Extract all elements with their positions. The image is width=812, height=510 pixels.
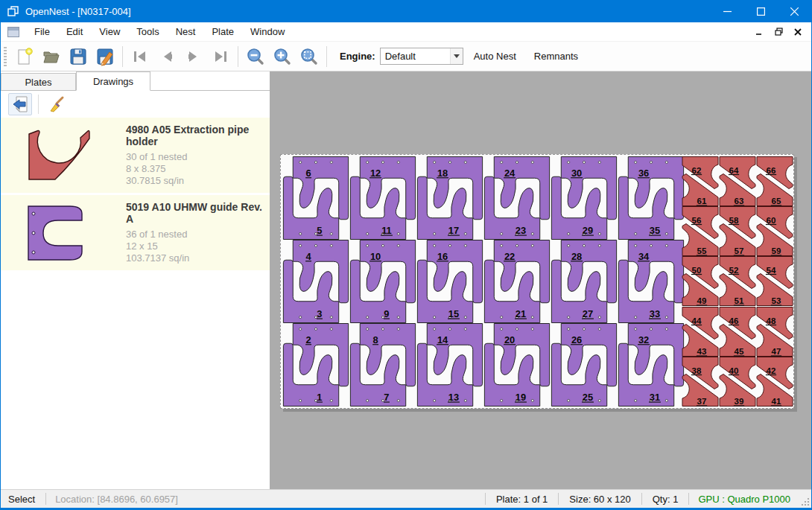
menu-tools[interactable]: Tools [128, 23, 167, 40]
nest-pair-cell[interactable]: 109 [349, 240, 416, 323]
open-button[interactable] [38, 45, 65, 68]
nest-pair-cell[interactable]: 3231 [618, 323, 685, 407]
svg-text:65: 65 [772, 197, 781, 205]
nest-pair-cell[interactable]: 5655 [682, 206, 719, 256]
nest-pair-cell[interactable]: 2423 [483, 156, 551, 240]
nav-next-button[interactable] [180, 45, 207, 68]
import-drawing-button[interactable] [8, 93, 32, 115]
mdi-minimize-button[interactable] [752, 25, 767, 39]
main-toolbar: Engine: Default Auto Nest Remnants [1, 42, 811, 71]
drawing-nested-count: 30 of 1 nested [126, 151, 265, 163]
menu-window[interactable]: Window [242, 23, 293, 40]
nest-pair-cell[interactable]: 5251 [719, 256, 756, 306]
nest-pair-cell[interactable]: 5453 [756, 256, 793, 306]
zoom-fit-button[interactable] [296, 45, 323, 68]
menu-plate[interactable]: Plate [203, 23, 242, 40]
nav-first-button[interactable] [127, 45, 153, 68]
part-thumbnail [5, 201, 117, 264]
mdi-restore-icon [775, 28, 783, 36]
window-title: OpenNest - [N0317-004] [25, 6, 131, 17]
nest-canvas[interactable]: 6512111817242330293635431091615222128273… [270, 71, 811, 489]
sidebar-tabs: Plates Drawings [1, 71, 270, 91]
plate-sheet[interactable]: 6512111817242330293635431091615222128273… [280, 154, 794, 409]
nest-pair-cell[interactable]: 4847 [756, 307, 793, 357]
resize-grip-icon[interactable] [799, 490, 811, 508]
maximize-button[interactable] [744, 0, 778, 22]
nest-pair-cell[interactable]: 2827 [551, 240, 618, 323]
drawing-dimensions: 8 x 8.375 [126, 163, 265, 175]
nest-pair-cell[interactable]: 6665 [756, 156, 793, 206]
nest-pair-cell[interactable]: 43 [282, 240, 349, 323]
dropdown-arrow-icon[interactable] [450, 48, 463, 64]
nav-last-icon [212, 48, 229, 66]
new-button[interactable] [11, 45, 38, 68]
qty-status: Qty: 1 [642, 494, 689, 505]
auto-nest-button[interactable]: Auto Nest [466, 46, 524, 66]
engine-combobox[interactable]: Default [380, 48, 463, 65]
engine-value: Default [381, 51, 450, 62]
nest-pair-cell[interactable]: 6261 [682, 156, 719, 206]
drawing-item-extraction-pipe-holder[interactable]: 4980 A05 Extraction pipe holder 30 of 1 … [1, 118, 270, 193]
svg-text:20: 20 [504, 334, 515, 345]
menu-nest[interactable]: Nest [168, 23, 204, 40]
nest-pair-cell[interactable]: 5049 [682, 256, 719, 306]
toolbar-grip[interactable] [4, 47, 7, 66]
nest-pair-cell[interactable]: 1413 [416, 323, 483, 407]
maximize-icon [757, 7, 765, 16]
nest-pair-cell[interactable]: 2019 [483, 323, 551, 407]
nest-pair-cell[interactable]: 1817 [416, 156, 483, 240]
nest-pair-cell[interactable]: 6463 [719, 156, 756, 206]
nest-pair-cell[interactable]: 65 [282, 156, 349, 240]
close-button[interactable] [778, 0, 811, 22]
tab-plates[interactable]: Plates [1, 73, 76, 90]
svg-text:66: 66 [767, 166, 776, 175]
nest-pair-cell[interactable]: 3029 [551, 156, 618, 240]
drawing-dimensions: 12 x 15 [126, 240, 265, 252]
nest-pair-cell[interactable]: 5857 [719, 206, 756, 256]
nest-pair-cell[interactable]: 3635 [618, 156, 685, 240]
zoom-out-button[interactable] [242, 45, 269, 68]
drawings-toolbar [1, 91, 270, 118]
nav-last-button[interactable] [207, 45, 234, 68]
nest-pair-cell[interactable]: 2221 [483, 240, 551, 323]
svg-text:28: 28 [571, 251, 582, 262]
remnants-button[interactable]: Remnants [527, 46, 586, 66]
svg-text:40: 40 [729, 366, 739, 374]
nav-first-icon [131, 48, 149, 66]
save-as-button[interactable] [92, 45, 118, 68]
nest-pair-cell[interactable]: 3433 [618, 240, 685, 323]
mdi-close-icon [794, 28, 802, 36]
nest-pair-cell[interactable]: 4241 [756, 357, 793, 407]
nest-pair-cell[interactable]: 1211 [349, 156, 416, 240]
nest-pair-cell[interactable]: 2625 [551, 323, 618, 407]
svg-text:12: 12 [370, 168, 381, 179]
svg-text:27: 27 [583, 308, 593, 319]
menu-file[interactable]: File [26, 23, 58, 40]
nest-pair-cell[interactable]: 4039 [719, 357, 756, 407]
drawing-item-uhmw-guide[interactable]: 5019 A10 UHMW guide Rev. A 36 of 1 neste… [1, 195, 270, 270]
svg-text:61: 61 [697, 197, 707, 205]
svg-text:21: 21 [516, 308, 526, 319]
menu-view[interactable]: View [91, 23, 128, 40]
svg-text:1: 1 [317, 392, 322, 403]
nest-pair-cell[interactable]: 4443 [682, 307, 719, 357]
svg-text:11: 11 [381, 225, 392, 236]
nest-pair-cell[interactable]: 6059 [756, 206, 793, 256]
save-button[interactable] [65, 45, 92, 68]
tab-drawings[interactable]: Drawings [76, 71, 150, 91]
nav-prev-button[interactable] [153, 45, 180, 68]
clean-button[interactable] [45, 93, 69, 115]
minimize-button[interactable] [711, 0, 744, 22]
mdi-restore-button[interactable] [771, 25, 786, 39]
zoom-in-button[interactable] [269, 45, 296, 68]
nest-pair-cell[interactable]: 3837 [682, 357, 719, 407]
nest-pair-cell[interactable]: 21 [282, 323, 349, 407]
clean-icon [48, 95, 66, 113]
nest-pair-cell[interactable]: 1615 [416, 240, 483, 323]
svg-text:31: 31 [650, 392, 660, 403]
mdi-close-button[interactable] [790, 25, 805, 39]
mdi-document-icon[interactable] [7, 27, 19, 37]
menu-edit[interactable]: Edit [58, 23, 91, 40]
nest-pair-cell[interactable]: 87 [349, 323, 416, 407]
nest-pair-cell[interactable]: 4645 [719, 307, 756, 357]
